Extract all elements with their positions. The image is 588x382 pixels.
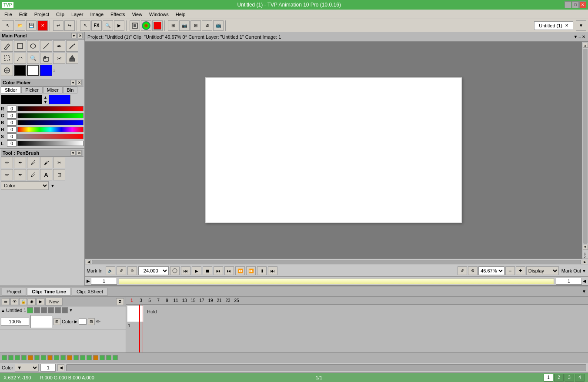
menu-project[interactable]: Project [31,11,53,18]
canvas-tab-close[interactable]: ✕ [565,23,568,28]
pb-inkpen[interactable]: 🖊 [27,169,39,180]
hscroll-thumb[interactable] [92,260,581,264]
transport-end[interactable]: ⏭ [268,266,277,275]
tool-select-rect[interactable] [1,53,13,64]
hscroll-left[interactable]: ◀ [86,260,91,264]
check5[interactable] [28,355,33,360]
color-picker-menu[interactable]: ▼ [70,80,76,85]
layer-expand-btn[interactable]: ⊞ [53,318,60,325]
color-arrow[interactable]: ↕ [53,68,55,73]
tool-fx[interactable]: FX [91,20,102,31]
transport-pause[interactable]: ⏸ [257,266,267,275]
zoom-settings[interactable]: ⚙ [468,266,478,275]
check17[interactable] [106,355,111,360]
tool-rect[interactable] [14,40,26,52]
display-select[interactable]: Display [526,266,559,275]
project-bar-close[interactable]: ✕ [582,34,585,39]
canvas-tab-untitled[interactable]: Untitled (1) ✕ [534,21,573,30]
canvas-container[interactable] [85,42,582,259]
check11[interactable] [67,355,72,360]
layer-expand-arrow[interactable]: ▲ [1,308,5,313]
check1[interactable] [2,355,7,360]
frame-input-end[interactable] [556,278,582,285]
zoom-reset[interactable]: ↺ [458,266,467,275]
layer-vis-icon[interactable] [27,307,33,313]
tool-fill[interactable] [66,53,78,64]
transport-loop[interactable]: ↺ [117,266,126,275]
check9[interactable] [54,355,59,360]
pen-brush-color-select[interactable]: Color [1,181,49,190]
menu-file[interactable]: File [1,11,16,18]
layer-opacity-input[interactable] [1,318,29,326]
tool-eyedropper[interactable]: ✂ [53,53,65,64]
slider-b-input[interactable] [7,120,17,126]
transport-stop[interactable]: ⏹ [203,266,212,275]
project-bar-menu[interactable]: ▼ [574,34,578,39]
tool-line[interactable] [40,40,52,52]
pen-brush-menu[interactable]: ▼ [70,150,76,156]
transport-cursor[interactable]: ⊕ [127,266,137,275]
check14[interactable] [87,355,92,360]
maximize-button[interactable]: □ [572,1,579,8]
tab-dropdown[interactable]: ▼ [576,20,586,31]
zoom-value-select[interactable]: 46.67% [478,266,504,275]
color-red-button[interactable] [152,20,163,31]
check15[interactable] [93,355,98,360]
transport-play[interactable]: ▶ [192,266,201,275]
minimize-button[interactable]: – [565,1,571,8]
transport-frame-back[interactable]: ⏪ [235,266,245,275]
check18[interactable] [113,355,118,360]
canvas-vscroll[interactable]: ▲ ▼ F V [582,42,588,259]
color-dropdown-arrow[interactable]: ▲▼ [43,95,47,104]
menu-effects[interactable]: Effects [107,11,128,18]
color-swatch-blue[interactable] [40,65,52,76]
zoom-plus[interactable]: + [516,266,525,275]
cp-tab-slider[interactable]: Slider [1,86,21,93]
tb-capture[interactable]: 📷 [179,20,190,31]
tool-save[interactable]: 💾 [26,20,37,31]
slider-s-input[interactable] [7,133,17,140]
mark-in-arrow[interactable]: ▶ [87,279,90,283]
status-tab-2[interactable]: 2 [554,374,564,382]
pb-pen[interactable]: ✒ [14,157,26,168]
pen-brush-color-arrow[interactable]: ▼ [50,183,55,188]
tool-open[interactable]: 📂 [15,20,25,31]
color-picker-close[interactable]: ✕ [77,80,82,85]
color-swatch-black[interactable] [14,65,26,76]
transport-onion[interactable] [170,266,180,275]
zoom-minus[interactable]: – [505,266,515,275]
frame-input-start[interactable] [91,278,117,285]
main-panel-menu[interactable]: ▼ [71,33,77,38]
drawing-canvas[interactable] [205,77,462,223]
close-button[interactable]: ✕ [579,1,586,8]
layer-eye[interactable]: 👁 [10,298,18,305]
bc-prev[interactable]: ◀ [57,364,64,371]
slider-r-input[interactable] [7,106,17,112]
main-panel-close[interactable]: ✕ [77,33,83,38]
color-swatch-rect[interactable] [27,65,39,76]
tb-monitor2[interactable]: 📺 [213,20,224,31]
tool-play[interactable]: ▶ [114,20,124,31]
tool-hand[interactable] [40,53,52,64]
status-tab-1[interactable]: 1 [544,374,553,382]
slider-s-track[interactable] [17,134,84,139]
check2[interactable] [8,355,13,360]
layer-toggle[interactable]: ☰ [2,298,10,305]
layer-lock[interactable]: 🔒 [19,298,27,305]
check16[interactable] [100,355,105,360]
tool-stamp[interactable]: ✒ [53,40,65,52]
transport-prev-start[interactable]: ⏮ [214,266,223,275]
tool-undo[interactable]: ↩ [53,20,63,31]
slider-b-track[interactable] [17,120,84,125]
menu-layer[interactable]: Layer [68,11,87,18]
slider-l-track[interactable] [17,141,84,146]
tool-wand[interactable] [66,40,78,52]
layer-new-button[interactable]: New [45,298,63,306]
layer-icon6[interactable] [62,307,68,313]
slider-h-track[interactable] [17,127,84,132]
menu-edit[interactable]: Edit [16,11,31,18]
color-wheel-button[interactable] [141,20,151,31]
tb-monitor[interactable]: 🖥 [202,20,212,31]
slider-h-input[interactable] [7,126,17,133]
status-tab-4[interactable]: 4 [575,374,585,382]
